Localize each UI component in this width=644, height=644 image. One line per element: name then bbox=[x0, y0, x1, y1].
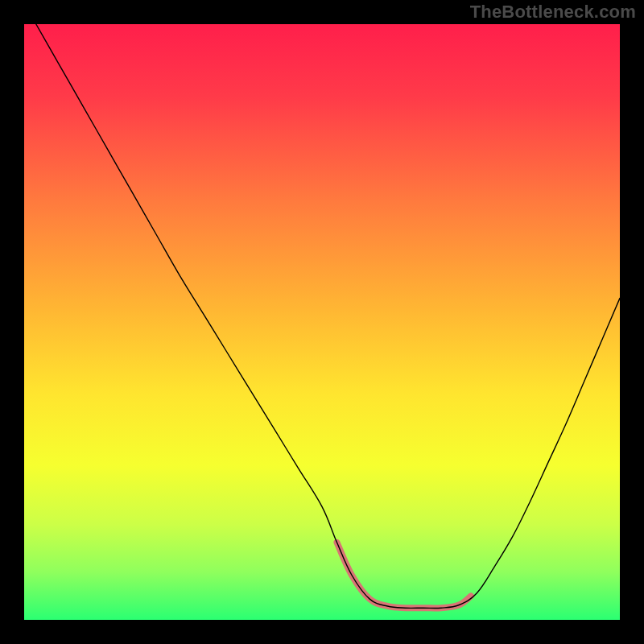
plot-area bbox=[24, 24, 620, 620]
chart-frame: TheBottleneck.com bbox=[0, 0, 644, 644]
gradient-background bbox=[24, 24, 620, 620]
chart-svg bbox=[24, 24, 620, 620]
watermark-text: TheBottleneck.com bbox=[470, 2, 636, 23]
